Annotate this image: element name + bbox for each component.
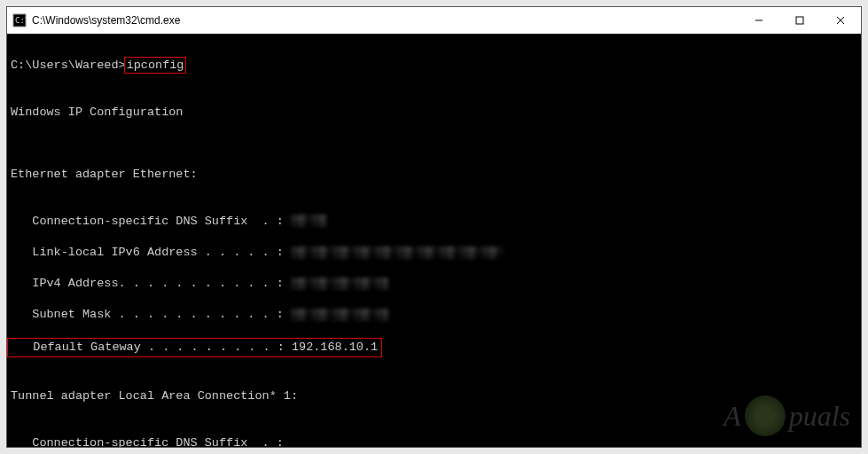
cmd-icon: C:\	[12, 13, 27, 27]
terminal-line: Windows IP Configuration	[11, 105, 857, 121]
close-button[interactable]	[820, 7, 861, 34]
cmd-window: C:\ C:\Windows\system32\cmd.exe C:\Users…	[6, 6, 862, 448]
prompt-prefix: C:\Users\Wareed>	[11, 59, 126, 72]
highlighted-gateway: Default Gateway . . . . . . . . . : 192.…	[7, 338, 382, 357]
terminal-line: Connection-specific DNS Suffix . :	[11, 214, 857, 230]
highlighted-command: ipconfig	[124, 57, 187, 74]
redacted-value	[291, 215, 326, 227]
window-title: C:\Windows\system32\cmd.exe	[32, 14, 739, 27]
terminal-line: Subnet Mask . . . . . . . . . . . :	[11, 307, 857, 323]
minimize-button[interactable]	[739, 7, 779, 34]
watermark-text-a: A	[723, 400, 741, 433]
terminal-line: Ethernet adapter Ethernet:	[11, 167, 857, 183]
maximize-button[interactable]	[779, 7, 820, 34]
redacted-value	[291, 278, 388, 290]
redacted-value	[291, 247, 504, 259]
svg-rect-3	[796, 17, 803, 24]
svg-text:C:\: C:\	[15, 16, 27, 25]
terminal-line: Link-local IPv6 Address . . . . . :	[11, 245, 857, 261]
terminal-line: Default Gateway . . . . . . . . . : 192.…	[11, 338, 857, 357]
terminal-line: C:\Users\Wareed>ipconfig	[11, 57, 857, 74]
watermark-text-b: puals	[789, 400, 850, 433]
redacted-value	[291, 309, 388, 321]
watermark-icon	[745, 395, 786, 436]
terminal-line: Connection-specific DNS Suffix . :	[11, 435, 857, 447]
titlebar[interactable]: C:\ C:\Windows\system32\cmd.exe	[7, 7, 861, 34]
terminal-line: IPv4 Address. . . . . . . . . . . :	[11, 276, 857, 292]
terminal-body[interactable]: C:\Users\Wareed>ipconfig Windows IP Conf…	[7, 34, 861, 447]
watermark: A puals	[723, 395, 850, 436]
window-controls	[739, 7, 861, 34]
